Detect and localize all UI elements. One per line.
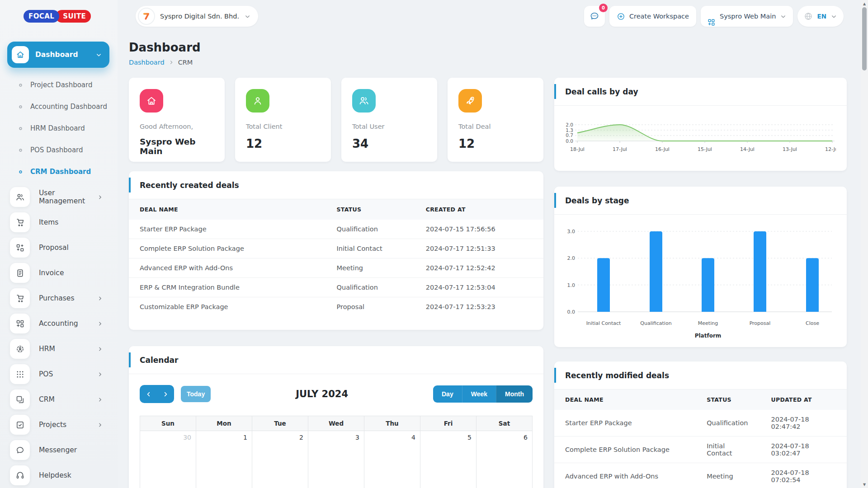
svg-text:17-Jul: 17-Jul [613,146,627,152]
sidebar-item-helpdesk[interactable]: Helpdesk [0,463,118,488]
sidebar-item-label: Accounting [39,319,88,328]
svg-text:Qualification: Qualification [640,320,671,326]
grid-plus-icon [10,314,30,333]
calendar-day-cell[interactable]: 4 [364,431,420,488]
create-workspace-button[interactable]: Create Workspace [609,6,696,27]
weekday-header: Tue [252,416,308,431]
sidebar-item-label: HRM [39,345,88,353]
card-title: Deals by stage [554,187,847,215]
table-row[interactable]: Starter ERP PackageQualification2024-07-… [554,410,847,436]
calendar-view-switcher: DayWeekMonth [433,385,533,403]
calendar-month-label: JULY 2024 [211,389,433,399]
sidebar-subitem-accounting-dashboard[interactable]: Accounting Dashboard [18,96,118,117]
calendar-view-day[interactable]: Day [433,385,462,403]
crm-icon [10,389,30,409]
calendar-next-button[interactable] [157,385,174,403]
sidebar-item-invoice[interactable]: Invoice [0,260,118,286]
plus-circle-icon [617,12,625,21]
cart-icon [10,288,30,308]
calendar-day-cell[interactable]: 3 [308,431,364,488]
deals-by-stage-chart: 3.02.01.00.0Initial ContactQualification… [554,215,847,347]
sidebar-item-purchases[interactable]: Purchases [0,286,118,311]
scrollbar-thumb[interactable] [862,7,867,70]
sidebar-item-hrm[interactable]: HRM [0,336,118,361]
invoice-icon [10,263,30,283]
table-row[interactable]: Complete ERP Solution PackageInitial Con… [554,436,847,463]
headset-icon [10,465,30,485]
weekday-header: Wed [308,416,364,431]
weekday-header: Mon [196,416,252,431]
table-cell: Qualification [696,410,760,436]
calendar-view-week[interactable]: Week [462,385,496,403]
home-icon [12,46,29,63]
sidebar-item-proposal[interactable]: Proposal [0,235,118,260]
circle-bullet-icon [18,83,23,88]
column-header: DEAL NAME [554,389,696,410]
sidebar-item-pos[interactable]: POS [0,361,118,387]
sidebar-subitem-label: CRM Dashboard [30,168,91,176]
breadcrumb-dashboard-link[interactable]: Dashboard [129,59,165,66]
hrm-icon [10,339,30,359]
table-row[interactable]: Customizable ERP PackageProposal2024-07-… [129,297,543,317]
circle-bullet-icon [18,126,23,131]
sidebar-item-accounting[interactable]: Accounting [0,311,118,336]
sidebar-item-user-management[interactable]: User Management [0,184,118,210]
sidebar-item-label: Dashboard [35,51,95,59]
sidebar-item-crm[interactable]: CRM [0,387,118,412]
messages-button[interactable]: 0 [584,6,605,27]
sidebar-subitem-crm-dashboard[interactable]: CRM Dashboard [18,161,118,183]
sidebar-subitem-project-dashboard[interactable]: Project Dashboard [18,74,118,96]
recently-created-deals-table: DEAL NAMESTATUSCREATED AT Starter ERP Pa… [129,199,543,316]
table-cell: Complete ERP Solution Package [554,436,696,463]
weekday-header: Sat [476,416,533,431]
sidebar-subitem-label: Accounting Dashboard [30,103,107,111]
weekday-header: Thu [364,416,420,431]
circle-bullet-icon [18,148,23,153]
svg-text:13-Jul: 13-Jul [783,146,797,152]
sidebar-item-dashboard[interactable]: Dashboard [7,42,109,68]
table-row[interactable]: Complete ERP Solution PackageInitial Con… [129,239,543,258]
sidebar-item-messenger[interactable]: Messenger [0,437,118,463]
calendar-day-cell[interactable]: 6 [476,431,533,488]
scrollbar-up-arrow[interactable]: ▲ [861,0,868,7]
sidebar-item-label: Items [39,218,118,226]
chevron-right-icon [97,346,103,352]
sidebar-subitem-hrm-dashboard[interactable]: HRM Dashboard [18,117,118,139]
stat-value: 12 [246,137,320,150]
calendar-day-cell[interactable]: 1 [196,431,252,488]
weekday-header: Fri [420,416,476,431]
vertical-scrollbar[interactable]: ▲ ▼ [861,0,868,488]
chevron-right-icon [97,296,103,301]
sidebar-subitem-pos-dashboard[interactable]: POS Dashboard [18,139,118,161]
checkbox-icon [10,415,30,435]
calendar-prev-button[interactable] [140,385,157,403]
app-switcher[interactable]: Syspro Web Main [701,6,793,27]
table-row[interactable]: Starter ERP PackageQualification2024-07-… [129,220,543,239]
calendar-day-cell[interactable]: 30 [140,431,196,488]
logo-focal: FOCAL [24,10,59,23]
dashboard-submenu: Project DashboardAccounting DashboardHRM… [0,71,118,184]
calendar-day-cell[interactable]: 2 [252,431,308,488]
workspace-selector[interactable]: Syspro Digital Sdn. Bhd. [136,6,258,27]
recently-created-deals-card: Recently created deals DEAL NAMESTATUSCR… [129,171,543,330]
column-header: CREATED AT [415,199,543,220]
table-row[interactable]: ERP & CRM Integration BundleQualificatio… [129,278,543,297]
table-row[interactable]: Advanced ERP with Add-OnsMeeting2024-07-… [129,258,543,278]
calendar-day-cell[interactable]: 5 [420,431,476,488]
table-cell: Qualification [326,278,415,297]
table-row[interactable]: Advanced ERP with Add-OnsMeeting2024-07-… [554,463,847,488]
users-icon [352,89,376,113]
sidebar-item-projects[interactable]: Projects [0,412,118,437]
language-selector[interactable]: EN [797,6,844,27]
sidebar-menu: User ManagementItemsProposalInvoicePurch… [0,184,118,488]
calendar-view-month[interactable]: Month [496,385,533,403]
table-cell: 2024-07-18 02:47:42 [760,410,847,436]
circle-bullet-icon [18,104,23,109]
sidebar-item-items[interactable]: Items [0,210,118,235]
calendar-today-button[interactable]: Today [181,386,211,402]
logo-suite: SUITE [56,10,91,23]
table-cell: Meeting [326,258,415,278]
sidebar: FOCAL SUITE Dashboard Project DashboardA… [0,0,118,488]
scrollbar-down-arrow[interactable]: ▼ [861,481,868,488]
recently-modified-deals-card: Recently modified deals DEAL NAMESTATUSU… [554,361,847,488]
